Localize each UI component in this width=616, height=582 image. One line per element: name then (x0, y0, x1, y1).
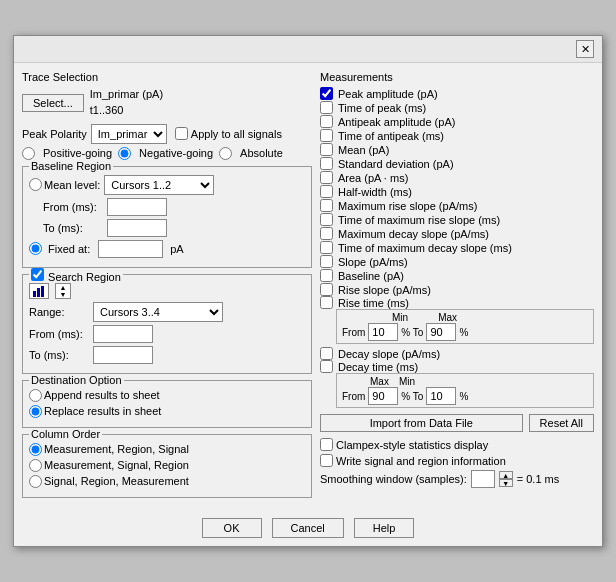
smoothing-down-button[interactable]: ▼ (499, 479, 513, 487)
meas-max-rise-slope: Maximum rise slope (pA/ms) (320, 199, 594, 212)
std-dev-checkbox[interactable] (320, 157, 333, 170)
trace-selection-label: Trace Selection (22, 71, 312, 83)
baseline-from-row: From (ms): 537.7 (29, 198, 305, 216)
smoothing-suffix: = 0.1 ms (517, 473, 560, 485)
smoothing-input[interactable]: 1 (471, 470, 495, 488)
std-dev-label: Standard deviation (pA) (338, 158, 454, 170)
trace-info: Im_primar (pA) t1..360 (90, 87, 163, 118)
column-order-group: Column Order Measurement, Region, Signal… (22, 434, 312, 498)
append-radio[interactable] (29, 389, 42, 402)
apply-all-checkbox[interactable] (175, 127, 188, 140)
search-range-select[interactable]: Cursors 3..4 (93, 302, 223, 322)
ok-button[interactable]: OK (202, 518, 262, 538)
search-from-input[interactable]: 581 (93, 325, 153, 343)
mean-label: Mean (pA) (338, 144, 389, 156)
baseline-checkbox[interactable] (320, 269, 333, 282)
slope-checkbox[interactable] (320, 255, 333, 268)
smoothing-row: Smoothing window (samples): 1 ▲ ▼ = 0.1 … (320, 470, 594, 488)
decay-to-input[interactable] (426, 387, 456, 405)
antipeak-amplitude-checkbox[interactable] (320, 115, 333, 128)
meas-time-max-rise: Time of maximum rise slope (ms) (320, 213, 594, 226)
rise-max-header: Max (438, 312, 457, 323)
mean-level-radio[interactable] (29, 178, 42, 191)
decay-maxmin-headers: Max Min (342, 376, 588, 387)
meas-decay-slope: Decay slope (pA/ms) (320, 347, 594, 360)
replace-radio[interactable] (29, 405, 42, 418)
col-order-1-radio[interactable] (29, 459, 42, 472)
positive-going-radio[interactable] (22, 147, 35, 160)
positive-going-label: Positive-going (43, 147, 112, 159)
rise-time-label: Rise time (ms) (338, 297, 409, 309)
time-of-peak-checkbox[interactable] (320, 101, 333, 114)
meas-std-dev: Standard deviation (pA) (320, 157, 594, 170)
smoothing-spinner: ▲ ▼ (499, 471, 513, 487)
baseline-from-input[interactable]: 537.7 (107, 198, 167, 216)
decay-from-input[interactable] (368, 387, 398, 405)
col-order-2: Signal, Region, Measurement (29, 475, 305, 488)
time-of-antipeak-label: Time of antipeak (ms) (338, 130, 444, 142)
time-max-decay-checkbox[interactable] (320, 241, 333, 254)
meas-peak-amplitude: Peak amplitude (pA) (320, 87, 594, 100)
svg-rect-0 (33, 291, 36, 297)
area-label: Area (pA · ms) (338, 172, 408, 184)
cancel-button[interactable]: Cancel (272, 518, 344, 538)
import-reset-row: Import from Data File Reset All (320, 414, 594, 432)
fixed-at-input[interactable]: -32.1045 (98, 240, 163, 258)
append-label: Append results to sheet (44, 389, 160, 401)
reset-button[interactable]: Reset All (529, 414, 594, 432)
decay-slope-checkbox[interactable] (320, 347, 333, 360)
half-width-checkbox[interactable] (320, 185, 333, 198)
import-button[interactable]: Import from Data File (320, 414, 523, 432)
mean-level-select[interactable]: Cursors 1..2 (104, 175, 214, 195)
rise-to-input[interactable] (426, 323, 456, 341)
select-button[interactable]: Select... (22, 94, 84, 112)
area-checkbox[interactable] (320, 171, 333, 184)
smoothing-up-button[interactable]: ▲ (499, 471, 513, 479)
time-of-antipeak-checkbox[interactable] (320, 129, 333, 142)
destination-option-title: Destination Option (29, 374, 124, 386)
peak-polarity-row: Peak Polarity Im_primar Apply to all sig… (22, 124, 312, 144)
help-button[interactable]: Help (354, 518, 415, 538)
mean-checkbox[interactable] (320, 143, 333, 156)
rise-from-input[interactable] (368, 323, 398, 341)
baseline-to-input[interactable]: 575.4 (107, 219, 167, 237)
rise-time-checkbox[interactable] (320, 296, 333, 309)
decay-min-label: Min (399, 376, 415, 387)
negative-going-radio[interactable] (118, 147, 131, 160)
rise-slope-checkbox[interactable] (320, 283, 333, 296)
peak-amplitude-label: Peak amplitude (pA) (338, 88, 438, 100)
peak-amplitude-checkbox[interactable] (320, 87, 333, 100)
close-button[interactable]: ✕ (576, 40, 594, 58)
rise-to-pct: % (459, 327, 468, 338)
right-panel: Measurements Peak amplitude (pA) Time of… (320, 71, 594, 504)
clampex-checkbox[interactable] (320, 438, 333, 451)
peak-polarity-select[interactable]: Im_primar (91, 124, 167, 144)
absolute-radio[interactable] (219, 147, 232, 160)
col-order-2-radio[interactable] (29, 475, 42, 488)
baseline-region-content: Mean level: Cursors 1..2 From (ms): 537.… (29, 175, 305, 258)
baseline-region-group: Baseline Region Mean level: Cursors 1..2… (22, 166, 312, 268)
search-region-title: Search Region (29, 268, 123, 283)
decay-from-row: From % To % (342, 387, 588, 405)
trace-selection-section: Trace Selection Select... Im_primar (pA)… (22, 71, 312, 118)
search-to-label: To (ms): (29, 349, 89, 361)
write-signal-checkbox[interactable] (320, 454, 333, 467)
col-order-0-radio[interactable] (29, 443, 42, 456)
fixed-at-radio[interactable] (29, 242, 42, 255)
search-to-input[interactable]: 596.1 (93, 346, 153, 364)
search-region-group: Search Region ▲ ▼ (22, 274, 312, 374)
column-order-content: Measurement, Region, Signal Measurement,… (29, 443, 305, 488)
decay-time-checkbox[interactable] (320, 360, 333, 373)
rise-slope-section: Rise slope (pA/ms) Rise time (ms) Min Ma… (320, 283, 594, 346)
rise-slope-label: Rise slope (pA/ms) (338, 284, 431, 296)
max-decay-slope-label: Maximum decay slope (pA/ms) (338, 228, 489, 240)
time-max-rise-checkbox[interactable] (320, 213, 333, 226)
clampex-row: Clampex-style statistics display (320, 438, 594, 451)
max-rise-slope-label: Maximum rise slope (pA/ms) (338, 200, 477, 212)
max-decay-slope-checkbox[interactable] (320, 227, 333, 240)
max-rise-slope-checkbox[interactable] (320, 199, 333, 212)
meas-decay-time: Decay time (ms) (320, 360, 594, 373)
antipeak-amplitude-label: Antipeak amplitude (pA) (338, 116, 455, 128)
search-region-checkbox[interactable] (31, 268, 44, 281)
apply-all-label: Apply to all signals (191, 128, 282, 140)
